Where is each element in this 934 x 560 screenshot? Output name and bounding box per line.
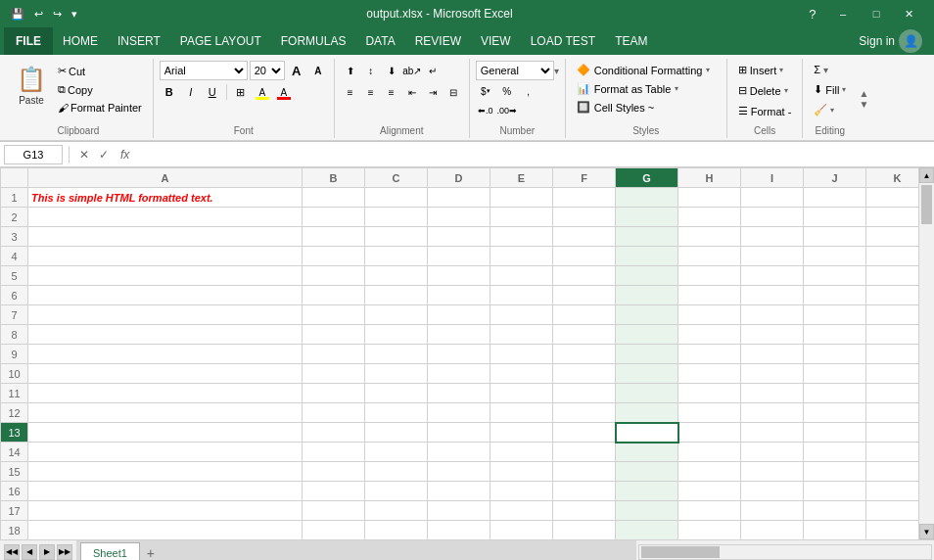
cell-b7[interactable] [303,305,365,325]
cell-i12[interactable] [741,403,804,423]
tab-page-layout[interactable]: PAGE LAYOUT [170,27,271,55]
cell-d8[interactable] [428,325,490,345]
cell-j8[interactable] [804,325,866,345]
cell-f1[interactable] [553,188,616,208]
cell-e10[interactable] [490,364,553,384]
cell-a6[interactable] [28,286,303,305]
scroll-down-button[interactable]: ▼ [919,524,934,539]
cell-c15[interactable] [365,462,428,482]
cell-f18[interactable] [553,521,616,540]
cell-g5[interactable] [616,266,678,286]
cell-b1[interactable] [303,188,365,208]
copy-button[interactable]: ⧉ Copy [53,81,147,98]
cell-g13[interactable] [616,423,678,443]
clear-button[interactable]: 🧹 ▾ [809,101,851,119]
cell-e8[interactable] [490,325,553,345]
cell-d18[interactable] [428,521,490,540]
cell-h14[interactable] [678,443,741,462]
cell-g7[interactable] [616,305,678,325]
cell-a14[interactable] [28,443,303,462]
left-align-button[interactable]: ≡ [341,82,360,102]
cell-d10[interactable] [428,364,490,384]
cell-a11[interactable] [28,384,303,403]
cell-g8[interactable] [616,325,678,345]
cell-a17[interactable] [28,501,303,521]
center-align-button[interactable]: ≡ [361,82,381,102]
cell-f3[interactable] [553,227,616,247]
cell-f7[interactable] [553,305,616,325]
cell-c17[interactable] [365,501,428,521]
cell-h11[interactable] [678,384,741,403]
cell-e1[interactable] [490,188,553,208]
cell-j3[interactable] [804,227,866,247]
cell-i1[interactable] [741,188,804,208]
cell-h7[interactable] [678,305,741,325]
cell-a12[interactable] [28,403,303,423]
cell-h17[interactable] [678,501,741,521]
cell-i8[interactable] [741,325,804,345]
cell-h15[interactable] [678,462,741,482]
cell-c11[interactable] [365,384,428,403]
cell-i16[interactable] [741,482,804,501]
cell-j9[interactable] [804,345,866,364]
cell-e16[interactable] [490,482,553,501]
cell-a7[interactable] [28,305,303,325]
cell-d11[interactable] [428,384,490,403]
minimize-button[interactable]: – [826,0,860,27]
cell-d16[interactable] [428,482,490,501]
cell-k15[interactable] [866,462,919,482]
cell-i3[interactable] [741,227,804,247]
cell-c7[interactable] [365,305,428,325]
cell-g17[interactable] [616,501,678,521]
cell-e14[interactable] [490,443,553,462]
cell-e18[interactable] [490,521,553,540]
cell-i10[interactable] [741,364,804,384]
cell-f13[interactable] [553,423,616,443]
cell-k12[interactable] [866,403,919,423]
cell-j11[interactable] [804,384,866,403]
cell-c9[interactable] [365,345,428,364]
customize-qat-button[interactable]: ▾ [69,8,80,21]
cell-d4[interactable] [428,247,490,266]
tab-team[interactable]: TEAM [605,27,657,55]
cell-c1[interactable] [365,188,428,208]
save-button[interactable]: 💾 [8,8,27,21]
cell-g2[interactable] [616,208,678,227]
cell-c14[interactable] [365,443,428,462]
cell-h8[interactable] [678,325,741,345]
cell-j13[interactable] [804,423,866,443]
col-header-a[interactable]: A [28,168,303,188]
cell-e15[interactable] [490,462,553,482]
cell-e4[interactable] [490,247,553,266]
cell-k13[interactable] [866,423,919,443]
cell-i5[interactable] [741,266,804,286]
cell-k2[interactable] [866,208,919,227]
cell-e9[interactable] [490,345,553,364]
cell-b5[interactable] [303,266,365,286]
cell-c6[interactable] [365,286,428,305]
percent-button[interactable]: % [497,82,517,100]
cell-f6[interactable] [553,286,616,305]
cell-d13[interactable] [428,423,490,443]
cell-i14[interactable] [741,443,804,462]
format-button[interactable]: ☰ Format - [733,102,797,120]
cell-e6[interactable] [490,286,553,305]
tab-load-test[interactable]: LOAD TEST [521,27,605,55]
cell-c16[interactable] [365,482,428,501]
bottom-align-button[interactable]: ⬇ [382,61,401,80]
currency-button[interactable]: $▾ [476,82,495,100]
orientation-button[interactable]: ab↗ [402,61,422,80]
cell-f4[interactable] [553,247,616,266]
cell-f5[interactable] [553,266,616,286]
tab-formulas[interactable]: FORMULAS [271,27,356,55]
cell-c3[interactable] [365,227,428,247]
redo-button[interactable]: ↪ [50,8,65,21]
cell-k14[interactable] [866,443,919,462]
cell-k6[interactable] [866,286,919,305]
cell-j4[interactable] [804,247,866,266]
cell-b12[interactable] [303,403,365,423]
cell-b16[interactable] [303,482,365,501]
cell-i11[interactable] [741,384,804,403]
cell-a4[interactable] [28,247,303,266]
cell-b2[interactable] [303,208,365,227]
